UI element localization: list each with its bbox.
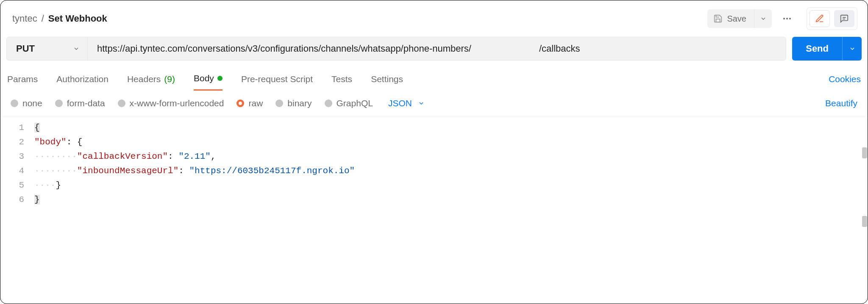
dots-horizontal-icon bbox=[782, 14, 792, 24]
indent-guide: ········ bbox=[34, 152, 77, 161]
tab-authorization[interactable]: Authorization bbox=[56, 74, 108, 90]
save-icon bbox=[713, 14, 723, 23]
svg-point-2 bbox=[789, 18, 791, 19]
line-number: 6 bbox=[0, 193, 24, 207]
code-token: } bbox=[34, 195, 40, 205]
comment-icon bbox=[840, 14, 849, 23]
save-label: Save bbox=[727, 14, 746, 24]
indent-guide: ···· bbox=[34, 180, 56, 190]
breadcrumb-workspace[interactable]: tyntec bbox=[12, 13, 37, 24]
code-token: : { bbox=[67, 137, 83, 147]
indent-guide: ········ bbox=[34, 166, 77, 176]
body-format-value: JSON bbox=[388, 98, 412, 108]
code-token: } bbox=[56, 180, 61, 190]
tab-headers-label: Headers bbox=[127, 74, 161, 84]
editor-scrollbar[interactable] bbox=[862, 140, 867, 304]
radio-icon bbox=[236, 99, 244, 107]
code-token: : bbox=[178, 166, 189, 176]
chevron-down-icon bbox=[418, 100, 425, 107]
body-type-label: none bbox=[22, 98, 42, 108]
code-token: "body" bbox=[34, 137, 67, 147]
radio-icon bbox=[55, 99, 63, 107]
send-button[interactable]: Send bbox=[792, 37, 842, 61]
code-token: { bbox=[34, 123, 40, 133]
radio-icon bbox=[275, 99, 283, 107]
cookies-link[interactable]: Cookies bbox=[829, 74, 861, 90]
line-gutter: 1 2 3 4 5 6 bbox=[0, 121, 34, 207]
body-type-graphql[interactable]: GraphQL bbox=[325, 98, 373, 108]
line-number: 2 bbox=[0, 135, 24, 149]
tab-tests[interactable]: Tests bbox=[331, 74, 352, 90]
body-format-select[interactable]: JSON bbox=[388, 98, 425, 108]
pencil-icon bbox=[815, 14, 824, 23]
tab-params[interactable]: Params bbox=[7, 74, 38, 90]
http-method-value: PUT bbox=[16, 43, 35, 54]
comment-button[interactable] bbox=[834, 10, 854, 27]
radio-icon bbox=[325, 99, 332, 107]
code-token: , bbox=[211, 152, 216, 161]
breadcrumb-sep: / bbox=[42, 13, 44, 24]
code-token: : bbox=[168, 152, 178, 161]
code-token: "https://6035b245117f.ngrok.io" bbox=[189, 166, 355, 176]
code-content[interactable]: {"body": {········"callbackVersion": "2.… bbox=[34, 121, 868, 207]
url-part-right: /callbacks bbox=[539, 43, 580, 54]
radio-icon bbox=[118, 99, 125, 107]
scrollbar-thumb[interactable] bbox=[862, 147, 867, 158]
code-token: "2.11" bbox=[178, 152, 211, 161]
chevron-down-icon bbox=[760, 15, 767, 22]
radio-icon bbox=[11, 99, 18, 107]
tab-body-label: Body bbox=[194, 73, 214, 83]
body-type-raw[interactable]: raw bbox=[236, 98, 263, 108]
tab-prerequest[interactable]: Pre-request Script bbox=[241, 74, 313, 90]
line-number: 4 bbox=[0, 164, 24, 178]
save-dropdown[interactable] bbox=[754, 9, 772, 28]
chevron-down-icon bbox=[73, 45, 80, 52]
beautify-button[interactable]: Beautify bbox=[825, 98, 857, 108]
chevron-down-icon bbox=[849, 45, 856, 52]
breadcrumb: tyntec / Set Webhook bbox=[12, 13, 107, 24]
svg-point-1 bbox=[786, 18, 788, 19]
tab-body[interactable]: Body bbox=[194, 73, 223, 91]
more-actions-button[interactable] bbox=[778, 9, 796, 28]
send-dropdown[interactable] bbox=[842, 37, 862, 61]
body-type-label: form-data bbox=[67, 98, 105, 108]
body-editor[interactable]: 1 2 3 4 5 6 {"body": {········"callbackV… bbox=[0, 116, 868, 207]
body-type-label: raw bbox=[248, 98, 263, 108]
body-type-none[interactable]: none bbox=[11, 98, 42, 108]
body-modified-indicator bbox=[217, 76, 223, 81]
line-number: 1 bbox=[0, 121, 24, 135]
line-number: 5 bbox=[0, 178, 24, 193]
body-type-label: GraphQL bbox=[337, 98, 373, 108]
body-type-label: binary bbox=[287, 98, 312, 108]
url-input[interactable]: https://api.tyntec.com/conversations/v3/… bbox=[88, 37, 786, 60]
body-type-binary[interactable]: binary bbox=[275, 98, 312, 108]
tab-settings[interactable]: Settings bbox=[371, 74, 403, 90]
body-type-urlencoded[interactable]: x-www-form-urlencoded bbox=[118, 98, 224, 108]
headers-count: (9) bbox=[164, 74, 175, 84]
body-type-formdata[interactable]: form-data bbox=[55, 98, 105, 108]
code-token: "inboundMessageUrl" bbox=[77, 166, 178, 176]
body-type-label: x-www-form-urlencoded bbox=[130, 98, 224, 108]
edit-button[interactable] bbox=[810, 10, 830, 27]
line-number: 3 bbox=[0, 149, 24, 164]
svg-point-0 bbox=[783, 18, 785, 19]
http-method-select[interactable]: PUT bbox=[7, 37, 88, 60]
scrollbar-thumb[interactable] bbox=[862, 216, 867, 227]
url-part-left: https://api.tyntec.com/conversations/v3/… bbox=[97, 43, 471, 54]
code-token: "callbackVersion" bbox=[77, 152, 168, 161]
save-button[interactable]: Save bbox=[707, 9, 754, 28]
breadcrumb-current[interactable]: Set Webhook bbox=[48, 13, 107, 24]
tab-headers[interactable]: Headers (9) bbox=[127, 74, 175, 90]
